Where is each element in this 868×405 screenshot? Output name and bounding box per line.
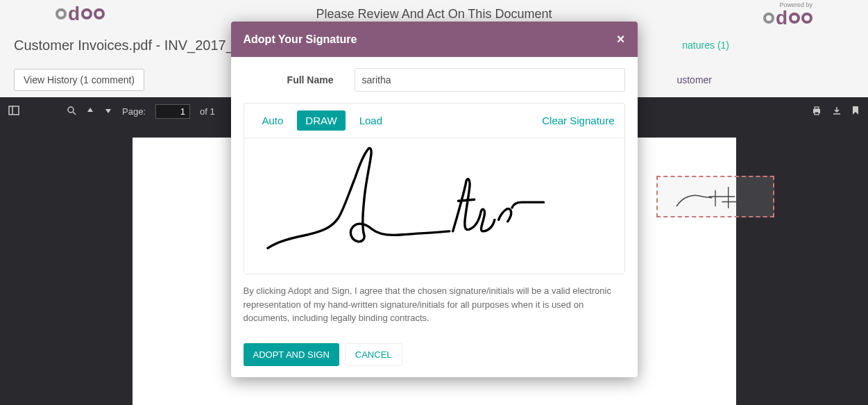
modal-title: Adopt Your Signature — [244, 33, 357, 46]
cancel-button[interactable]: CANCEL — [345, 343, 402, 366]
adopt-signature-modal: Adopt Your Signature × Full Name Auto DR… — [231, 22, 638, 377]
full-name-label: Full Name — [244, 74, 334, 85]
modal-header: Adopt Your Signature × — [231, 22, 638, 57]
consent-text: By clicking Adopt and Sign, I agree that… — [244, 284, 625, 325]
modal-footer: ADOPT AND SIGN CANCEL — [231, 343, 638, 377]
signature-panel: Auto DRAW Load Clear Signature — [244, 103, 625, 274]
full-name-row: Full Name — [244, 68, 625, 92]
signature-canvas[interactable] — [244, 138, 624, 274]
tab-draw[interactable]: DRAW — [297, 110, 345, 131]
tab-load[interactable]: Load — [351, 110, 391, 131]
full-name-input[interactable] — [355, 68, 625, 92]
modal-backdrop: Adopt Your Signature × Full Name Auto DR… — [0, 0, 868, 405]
adopt-and-sign-button[interactable]: ADOPT AND SIGN — [244, 343, 339, 366]
clear-signature-button[interactable]: Clear Signature — [542, 115, 614, 126]
signature-tabs: Auto DRAW Load Clear Signature — [244, 104, 624, 138]
tab-auto[interactable]: Auto — [254, 110, 292, 131]
modal-body: Full Name Auto DRAW Load Clear Signature… — [231, 57, 638, 343]
close-icon[interactable]: × — [617, 31, 625, 47]
